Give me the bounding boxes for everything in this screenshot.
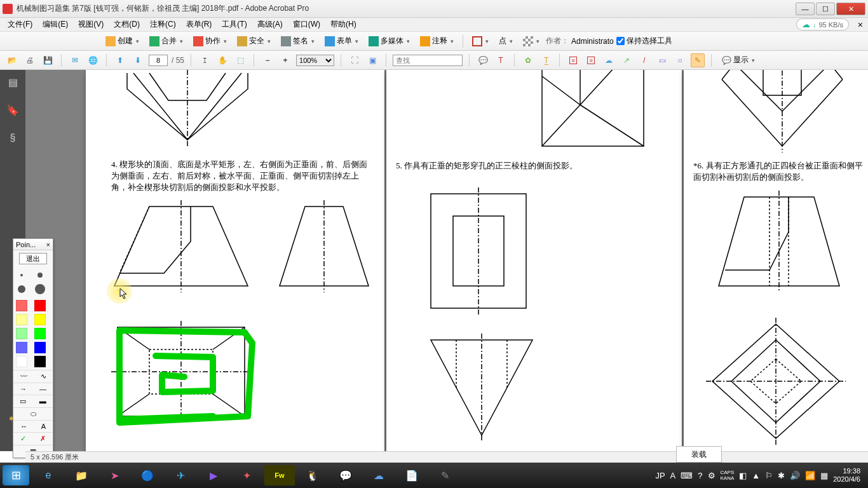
tool-text[interactable]: A — [41, 423, 46, 430]
swatch-red-light[interactable] — [16, 300, 27, 311]
swatch-blue-light[interactable] — [16, 342, 27, 353]
tool-line[interactable]: — — [39, 385, 46, 393]
menu-forms[interactable]: 表单(R) — [181, 19, 217, 30]
arrow-tool[interactable]: ↗ — [620, 53, 634, 67]
task-explorer[interactable]: 📁 — [66, 465, 97, 485]
tray-volume-icon[interactable]: 🔊 — [790, 471, 800, 480]
create-button[interactable]: 创建 — [102, 34, 143, 48]
page-input[interactable] — [149, 55, 168, 66]
tray-gear-icon[interactable]: ⚙ — [708, 471, 715, 480]
task-app3[interactable]: ✎ — [430, 465, 460, 485]
start-button[interactable]: ⊞ — [3, 465, 29, 485]
tray-caps[interactable]: CAPSKANA — [721, 470, 735, 481]
doc-close-button[interactable]: × — [858, 20, 863, 30]
hand-tool[interactable]: ✋ — [215, 53, 229, 67]
swatch-black[interactable] — [34, 356, 46, 367]
pages-panel-button[interactable]: ▤ — [5, 76, 20, 92]
task-chrome[interactable]: 🔵 — [132, 465, 163, 485]
swatch-white[interactable] — [16, 356, 27, 367]
bookmarks-panel-button[interactable]: 🔖 — [5, 104, 20, 119]
tray-clock[interactable]: 19:38 2020/4/6 — [833, 467, 860, 484]
sticky-note-tool[interactable]: 💬 — [476, 53, 490, 67]
marquee-tool[interactable]: ⬚ — [233, 53, 247, 67]
menu-view[interactable]: 视图(V) — [73, 19, 109, 30]
task-app2[interactable]: ✦ — [231, 465, 262, 485]
tray-security-icon[interactable]: ⚐ — [765, 471, 773, 480]
task-wechat[interactable]: 💬 — [330, 465, 361, 485]
tray-ime1[interactable]: JP — [655, 471, 665, 480]
sign-button[interactable]: 签名 — [277, 34, 318, 48]
comment-button[interactable]: 注释 — [416, 34, 458, 48]
collab-button[interactable]: 协作 — [189, 34, 231, 48]
menu-comment[interactable]: 注释(C) — [145, 19, 181, 30]
tray-network-icon[interactable]: 📶 — [805, 471, 815, 480]
textbox-tool[interactable]: ≡ — [584, 53, 598, 67]
tool-resize[interactable]: ↔ — [20, 423, 27, 430]
menu-tools[interactable]: 工具(T) — [217, 19, 252, 30]
tray-keyboard-icon[interactable]: ⌨ — [681, 471, 693, 480]
palette-close-icon[interactable]: × — [46, 241, 50, 248]
tool-oval[interactable]: ⬭ — [31, 410, 36, 418]
keep-select-checkbox[interactable]: 保持选择工具 — [616, 36, 672, 46]
menu-advanced[interactable]: 高级(A) — [252, 19, 288, 30]
rect-tool[interactable]: ▭ — [655, 53, 669, 67]
open-button[interactable]: 📂 — [5, 53, 19, 67]
zoom-in-button[interactable]: + — [278, 53, 292, 67]
dot-small-2[interactable] — [34, 269, 46, 281]
points-button[interactable]: 点 — [495, 34, 517, 48]
highlight-tool[interactable]: T — [494, 53, 508, 67]
menu-file[interactable]: 文件(F) — [3, 19, 37, 30]
maximize-button[interactable]: ☐ — [816, 3, 835, 15]
display-button[interactable]: 💬显示 — [718, 53, 759, 67]
task-app1[interactable]: ▶ — [198, 465, 229, 485]
tray-expand-icon[interactable]: ▲ — [752, 471, 760, 480]
close-button[interactable]: ✕ — [836, 3, 865, 15]
pointer-palette[interactable]: Poin... × 退出 〰∿ →— ▭▬ ⬭ ↔A ✓✗ ▦ — [13, 238, 53, 458]
callout-tool[interactable]: ≡ — [566, 53, 580, 67]
swatch-green-light[interactable] — [16, 328, 27, 339]
web-button[interactable]: 🌐 — [86, 53, 100, 67]
menu-window[interactable]: 窗口(W) — [288, 19, 325, 30]
tray-help-icon[interactable]: ? — [698, 471, 702, 480]
task-telegram[interactable]: ✈ — [165, 465, 196, 485]
tray-ime2[interactable]: A — [670, 471, 676, 480]
task-qq[interactable]: 🐧 — [297, 465, 328, 485]
zoom-out-button[interactable]: − — [261, 53, 275, 67]
line-tool[interactable]: / — [637, 53, 651, 67]
menu-help[interactable]: 帮助(H) — [325, 19, 362, 30]
print-button[interactable]: 🖨 — [23, 53, 37, 67]
tray-settings-icon[interactable]: ✱ — [778, 471, 785, 480]
tray-flag-icon[interactable]: ◧ — [739, 471, 747, 480]
palette-titlebar[interactable]: Poin... × — [13, 239, 53, 250]
load-button[interactable]: 装载 — [676, 446, 722, 463]
page-down-button[interactable]: ⬇ — [131, 53, 145, 67]
dot-med-1[interactable] — [16, 283, 27, 295]
tool-arrow[interactable]: → — [20, 385, 27, 393]
dot-small-1[interactable] — [16, 269, 27, 281]
page-up-button[interactable]: ⬆ — [113, 53, 127, 67]
task-baidu[interactable]: ☁ — [363, 465, 394, 485]
email-button[interactable]: ✉ — [68, 53, 82, 67]
tool-cross[interactable]: ✗ — [40, 435, 46, 443]
combine-button[interactable]: 合并 — [146, 34, 187, 48]
fit-page-button[interactable]: ▣ — [365, 53, 379, 67]
attachments-panel-button[interactable]: § — [5, 132, 20, 147]
forms-button[interactable]: 表单 — [321, 34, 362, 48]
palette-exit-button[interactable]: 退出 — [19, 253, 47, 264]
dot-med-2[interactable] — [34, 283, 46, 295]
save-button[interactable]: 💾 — [41, 53, 55, 67]
swatch-red[interactable] — [34, 300, 46, 311]
shape-button[interactable] — [468, 35, 492, 48]
menu-document[interactable]: 文档(D) — [109, 19, 145, 30]
swatch-blue[interactable] — [34, 342, 46, 353]
secure-button[interactable]: 安全 — [233, 34, 275, 48]
tool-rect-fill[interactable]: ▬ — [39, 397, 46, 405]
task-ie[interactable]: e — [33, 465, 64, 485]
find-input[interactable] — [393, 55, 463, 66]
tool-wave[interactable]: 〰 — [20, 372, 27, 381]
textedit-tool[interactable]: T̲ — [539, 53, 553, 67]
cloud-tool[interactable]: ☁ — [602, 53, 616, 67]
tool-wave2[interactable]: ∿ — [41, 372, 46, 381]
swatch-yellow-light[interactable] — [16, 314, 27, 325]
swatch-yellow[interactable] — [34, 314, 46, 325]
